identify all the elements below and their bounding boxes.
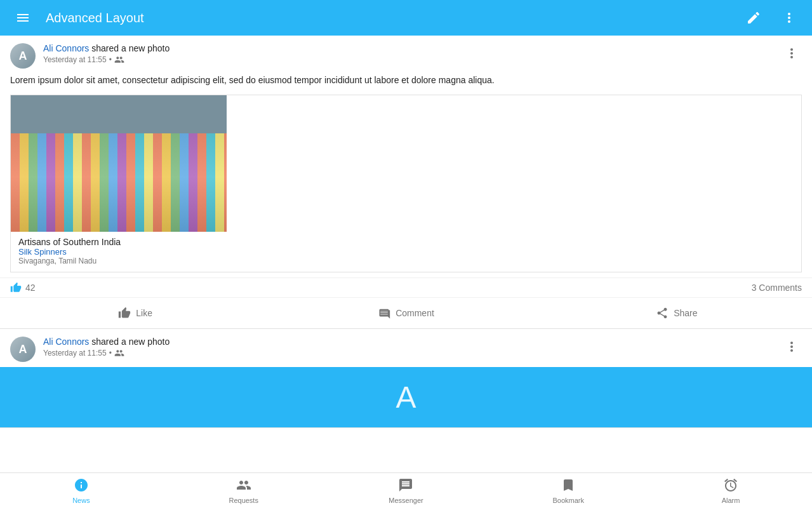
photo-caption-1: Artisans of Southern India Silk Spinners… <box>11 232 801 272</box>
actions-bar-1: Like Comment Share <box>0 298 812 328</box>
caption-title-1: Artisans of Southern India <box>18 237 794 247</box>
post-author-2: Ali Connors shared a new photo <box>43 337 782 347</box>
comment-icon-1 <box>378 307 390 319</box>
app-bar: Advanced Layout <box>0 0 812 36</box>
post-meta-2: Ali Connors shared a new photo Yesterday… <box>43 337 782 358</box>
caption-subtitle-1: Silk Spinners <box>18 247 794 257</box>
post-author-1: Ali Connors shared a new photo <box>43 43 782 53</box>
caption-location-1: Sivaganga, Tamil Nadu <box>18 257 794 265</box>
post-body-text-1: Lorem ipsum dolor sit amet, consectetur … <box>0 74 812 95</box>
like-icon-1 <box>118 307 131 319</box>
reactions-bar-1: 42 3 Comments <box>0 277 812 298</box>
hamburger-menu-button[interactable] <box>10 5 36 30</box>
avatar-1: A <box>10 43 36 69</box>
post-header-2: A Ali Connors shared a new photo Yesterd… <box>0 329 812 367</box>
post-card-2: A Ali Connors shared a new photo Yesterd… <box>0 329 812 428</box>
share-icon-1 <box>656 307 669 319</box>
thumb-up-icon <box>10 282 22 293</box>
alarm-icon <box>723 478 738 495</box>
bookmark-icon <box>561 478 576 495</box>
messenger-icon <box>398 478 413 495</box>
like-count-1: 42 <box>10 282 36 293</box>
page-title: Advanced Layout <box>46 11 731 25</box>
main-content: A Ali Connors shared a new photo Yesterd… <box>0 36 812 472</box>
bookmark-label: Bookmark <box>553 497 585 504</box>
people-icon-2 <box>114 348 124 358</box>
post-header-1: A Ali Connors shared a new photo Yesterd… <box>0 36 812 74</box>
comment-button-1[interactable]: Comment <box>270 300 541 326</box>
messenger-label: Messenger <box>389 497 423 504</box>
requests-icon <box>236 478 251 495</box>
post-card-1: A Ali Connors shared a new photo Yesterd… <box>0 36 812 329</box>
post-action-bold-1: photo <box>147 43 170 53</box>
photo-image-1 <box>11 95 227 232</box>
author-name-1: Ali Connors <box>43 43 89 53</box>
alarm-label: Alarm <box>722 497 740 504</box>
requests-label: Requests <box>229 497 258 504</box>
post-timestamp-1: Yesterday at 11:55 • <box>43 55 782 65</box>
post-action-text-1: shared a new <box>91 43 145 53</box>
post-more-button-1[interactable] <box>782 43 802 66</box>
nav-item-requests[interactable]: Requests <box>163 474 325 508</box>
post-more-button-2[interactable] <box>782 337 802 359</box>
comments-count-1: 3 Comments <box>752 283 802 293</box>
news-label: News <box>72 497 90 504</box>
people-icon <box>114 55 124 65</box>
nav-item-bookmark[interactable]: Bookmark <box>487 474 649 508</box>
news-icon <box>74 478 89 495</box>
post-photo-2: A <box>0 367 812 427</box>
like-button-1[interactable]: Like <box>0 300 270 326</box>
share-button-1[interactable]: Share <box>542 300 812 326</box>
more-options-button[interactable] <box>776 5 802 30</box>
nav-item-alarm[interactable]: Alarm <box>649 474 812 508</box>
post-action-bold-2: photo <box>147 337 170 347</box>
nav-item-news[interactable]: News <box>0 474 163 508</box>
post-meta-1: Ali Connors shared a new photo Yesterday… <box>43 43 782 65</box>
author-name-2: Ali Connors <box>43 337 89 347</box>
nav-item-messenger[interactable]: Messenger <box>325 474 488 508</box>
bottom-navigation: News Requests Messenger Bookmark <box>0 472 812 508</box>
post-photo-1: Artisans of Southern India Silk Spinners… <box>10 95 802 272</box>
post-timestamp-2: Yesterday at 11:55 • <box>43 348 782 358</box>
edit-button[interactable] <box>741 5 766 30</box>
avatar-2: A <box>10 337 36 362</box>
